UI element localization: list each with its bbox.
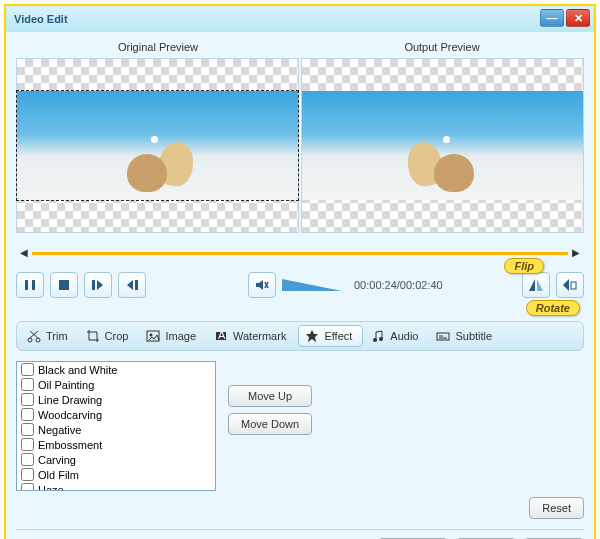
- svg-rect-1: [32, 280, 35, 290]
- list-item[interactable]: Old Film: [17, 467, 215, 482]
- minimize-button[interactable]: —: [540, 9, 564, 27]
- tab-subtitle[interactable]: Subtitle: [430, 326, 502, 346]
- list-item[interactable]: Oil Painting: [17, 377, 215, 392]
- list-item[interactable]: Negative: [17, 422, 215, 437]
- effect-checkbox[interactable]: [21, 438, 34, 451]
- effect-label: Black and White: [38, 364, 117, 376]
- effect-checkbox[interactable]: [21, 378, 34, 391]
- window-title: Video Edit: [14, 13, 68, 25]
- effect-checkbox[interactable]: [21, 483, 34, 491]
- output-frame: [302, 91, 583, 200]
- effect-order-buttons: Move Up Move Down: [228, 385, 312, 435]
- list-item[interactable]: Woodcarving: [17, 407, 215, 422]
- playback-time: 00:00:24/00:02:40: [354, 279, 443, 291]
- move-down-button[interactable]: Move Down: [228, 413, 312, 435]
- original-preview-label: Original Preview: [16, 38, 300, 58]
- svg-point-23: [373, 338, 377, 342]
- effect-label: Haze: [38, 484, 64, 492]
- effect-checkbox[interactable]: [21, 468, 34, 481]
- effect-label: Embossment: [38, 439, 102, 451]
- svg-rect-0: [25, 280, 28, 290]
- effect-label: Woodcarving: [38, 409, 102, 421]
- effect-label: Old Film: [38, 469, 79, 481]
- video-edit-window: Video Edit — ✕ Original Preview Output P…: [4, 4, 596, 539]
- list-item[interactable]: Haze: [17, 482, 215, 491]
- mark-in-button[interactable]: [84, 272, 112, 298]
- star-icon: [305, 329, 319, 343]
- timeline[interactable]: ◀ ▶: [16, 245, 584, 263]
- svg-point-19: [150, 334, 153, 337]
- svg-rect-6: [135, 280, 138, 290]
- effect-checkbox[interactable]: [21, 453, 34, 466]
- tab-trim[interactable]: Trim: [21, 326, 78, 346]
- timeline-arrow-right-icon: ▶: [572, 247, 580, 258]
- svg-marker-11: [537, 279, 543, 291]
- effect-checkbox[interactable]: [21, 408, 34, 421]
- list-item[interactable]: Black and White: [17, 362, 215, 377]
- flip-callout: Flip: [504, 258, 544, 274]
- tab-effect[interactable]: Effect: [298, 325, 363, 347]
- svg-marker-12: [563, 279, 569, 291]
- crop-icon: [86, 329, 100, 343]
- tab-label: Image: [165, 330, 196, 342]
- tab-label: Watermark: [233, 330, 286, 342]
- preview-headers: Original Preview Output Preview: [16, 38, 584, 58]
- output-preview[interactable]: [301, 58, 584, 233]
- close-button[interactable]: ✕: [566, 9, 590, 27]
- effect-checkbox[interactable]: [21, 423, 34, 436]
- tab-watermark[interactable]: AWatermark: [208, 326, 296, 346]
- tab-label: Subtitle: [455, 330, 492, 342]
- tab-label: Effect: [324, 330, 352, 342]
- svg-marker-5: [127, 280, 133, 290]
- original-frame: [17, 91, 298, 200]
- svg-marker-7: [256, 280, 263, 290]
- svg-point-24: [379, 337, 383, 341]
- tab-label: Audio: [390, 330, 418, 342]
- preview-area: [16, 58, 584, 233]
- svg-rect-3: [92, 280, 95, 290]
- flip-horizontal-button[interactable]: [522, 272, 550, 298]
- timeline-track[interactable]: [32, 252, 568, 255]
- tab-audio[interactable]: Audio: [365, 326, 428, 346]
- pause-button[interactable]: [16, 272, 44, 298]
- output-preview-label: Output Preview: [300, 38, 584, 58]
- effect-label: Carving: [38, 454, 76, 466]
- tab-label: Trim: [46, 330, 68, 342]
- move-up-button[interactable]: Move Up: [228, 385, 312, 407]
- effect-list[interactable]: Black and WhiteOil PaintingLine DrawingW…: [16, 361, 216, 491]
- scissors-icon: [27, 329, 41, 343]
- tab-crop[interactable]: Crop: [80, 326, 139, 346]
- mute-button[interactable]: [248, 272, 276, 298]
- svg-line-9: [265, 282, 268, 288]
- tab-image[interactable]: Image: [140, 326, 206, 346]
- volume-slider[interactable]: [282, 279, 342, 291]
- effect-label: Line Drawing: [38, 394, 102, 406]
- window-buttons: — ✕: [540, 9, 590, 27]
- list-item[interactable]: Embossment: [17, 437, 215, 452]
- effect-workarea: Black and WhiteOil PaintingLine DrawingW…: [16, 361, 584, 491]
- effect-checkbox[interactable]: [21, 393, 34, 406]
- playback-controls: 00:00:24/00:02:40 Flip Rotate: [16, 267, 584, 303]
- svg-marker-10: [529, 279, 535, 291]
- svg-point-15: [36, 338, 40, 342]
- stop-button[interactable]: [50, 272, 78, 298]
- svg-rect-13: [571, 282, 576, 289]
- list-item[interactable]: Carving: [17, 452, 215, 467]
- mark-out-button[interactable]: [118, 272, 146, 298]
- titlebar: Video Edit — ✕: [6, 6, 594, 32]
- original-preview[interactable]: [16, 58, 299, 233]
- svg-marker-22: [306, 330, 318, 342]
- tab-label: Crop: [105, 330, 129, 342]
- subtitle-icon: [436, 329, 450, 343]
- svg-point-14: [28, 338, 32, 342]
- svg-rect-2: [59, 280, 69, 290]
- rotate-button[interactable]: [556, 272, 584, 298]
- effect-checkbox[interactable]: [21, 363, 34, 376]
- timeline-arrow-left-icon: ◀: [20, 247, 28, 258]
- window-body: Original Preview Output Preview ◀: [6, 32, 594, 539]
- effect-label: Negative: [38, 424, 81, 436]
- rotate-callout: Rotate: [526, 300, 580, 316]
- reset-button[interactable]: Reset: [529, 497, 584, 519]
- list-item[interactable]: Line Drawing: [17, 392, 215, 407]
- reset-row: Reset: [16, 497, 584, 519]
